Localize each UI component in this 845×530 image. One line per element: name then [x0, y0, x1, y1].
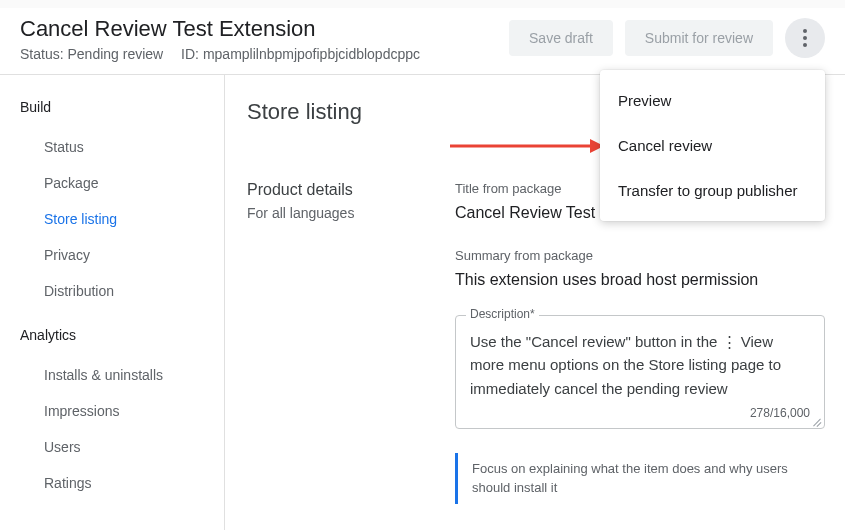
svg-point-1	[803, 36, 807, 40]
menu-item-transfer[interactable]: Transfer to group publisher	[600, 168, 825, 213]
sidebar-item-ratings[interactable]: Ratings	[20, 465, 224, 501]
description-hint: Focus on explaining what the item does a…	[455, 453, 825, 504]
sidebar-item-impressions[interactable]: Impressions	[20, 393, 224, 429]
for-all-languages: For all languages	[247, 205, 455, 221]
sidebar-item-store-listing[interactable]: Store listing	[20, 201, 224, 237]
page-title: Cancel Review Test Extension	[20, 16, 509, 42]
status-label: Status:	[20, 46, 64, 62]
header: Cancel Review Test Extension Status: Pen…	[0, 8, 845, 75]
submit-for-review-button[interactable]: Submit for review	[625, 20, 773, 56]
header-meta: Status: Pending review ID: mpamplilnbpmj…	[20, 46, 509, 62]
resize-handle-icon[interactable]	[812, 416, 822, 426]
more-options-menu: Preview Cancel review Transfer to group …	[600, 70, 825, 221]
description-text: Use the "Cancel review" button in the ⋮ …	[470, 330, 810, 400]
annotation-arrow-icon	[450, 136, 604, 156]
description-field[interactable]: Description* Use the "Cancel review" but…	[455, 315, 825, 429]
sidebar-item-status[interactable]: Status	[20, 129, 224, 165]
sidebar: Build Status Package Store listing Priva…	[0, 75, 225, 530]
status-value: Pending review	[67, 46, 163, 62]
description-legend: Description*	[466, 307, 539, 321]
svg-point-2	[803, 43, 807, 47]
more-options-button[interactable]	[785, 18, 825, 58]
more-vertical-icon	[803, 29, 807, 47]
sidebar-item-users[interactable]: Users	[20, 429, 224, 465]
summary-from-package-value: This extension uses broad host permissio…	[455, 271, 825, 289]
svg-point-0	[803, 29, 807, 33]
sidebar-item-package[interactable]: Package	[20, 165, 224, 201]
menu-item-preview[interactable]: Preview	[600, 78, 825, 123]
sidebar-section-analytics: Analytics	[20, 327, 224, 343]
id-value: mpamplilnbpmjpofipbjcidblopdcppc	[203, 46, 420, 62]
sidebar-section-build: Build	[20, 99, 224, 115]
description-counter: 278/16,000	[470, 406, 810, 420]
summary-from-package-label: Summary from package	[455, 248, 825, 263]
sidebar-item-installs[interactable]: Installs & uninstalls	[20, 357, 224, 393]
product-details-label: Product details	[247, 181, 455, 199]
sidebar-item-privacy[interactable]: Privacy	[20, 237, 224, 273]
id-label: ID:	[181, 46, 199, 62]
menu-item-cancel-review[interactable]: Cancel review	[600, 123, 825, 168]
save-draft-button[interactable]: Save draft	[509, 20, 613, 56]
sidebar-item-distribution[interactable]: Distribution	[20, 273, 224, 309]
